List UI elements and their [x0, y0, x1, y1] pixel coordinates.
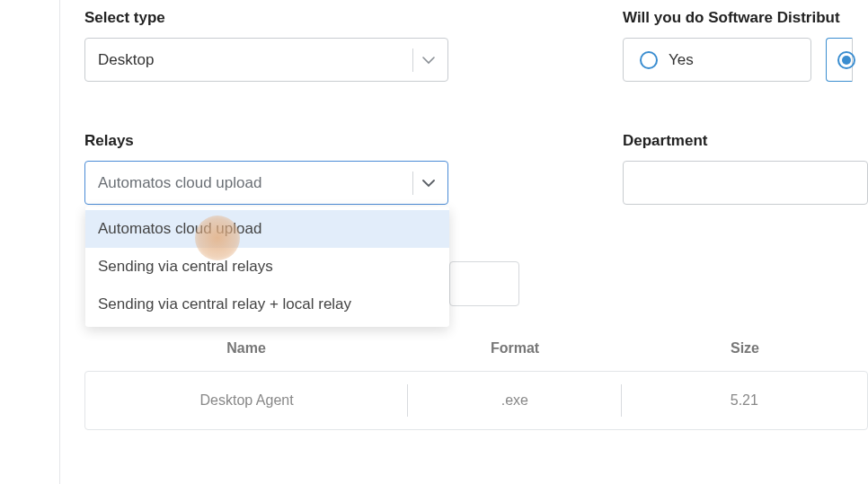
select-type-dropdown[interactable]: Desktop — [84, 38, 448, 82]
department-group: Department — [623, 132, 868, 205]
distribution-options: Yes — [623, 38, 853, 82]
agents-table: Name Format Size Desktop Agent .exe 5.21 — [84, 340, 868, 430]
column-header-name: Name — [84, 340, 408, 356]
relays-option-central-local[interactable]: Sending via central relay + local relay — [85, 286, 449, 323]
column-header-size: Size — [622, 340, 868, 356]
relays-dropdown-menu: Automatos cloud upload Sending via centr… — [85, 207, 449, 327]
relays-label: Relays — [84, 132, 448, 150]
cell-format: .exe — [408, 392, 621, 409]
distribution-label: Will you do Software Distribut — [623, 9, 853, 27]
panel-divider — [59, 0, 60, 484]
department-label: Department — [623, 132, 868, 150]
radio-option-partial[interactable] — [826, 38, 853, 82]
select-divider — [412, 172, 413, 195]
relays-dropdown[interactable]: Automatos cloud upload Automatos cloud u… — [84, 161, 448, 205]
relays-value: Automatos cloud upload — [98, 174, 409, 192]
relays-option-central-relays[interactable]: Sending via central relays — [85, 248, 449, 286]
radio-circle-icon — [837, 51, 855, 69]
radio-circle-icon — [640, 51, 658, 69]
action-box[interactable] — [449, 261, 519, 306]
table-header: Name Format Size — [84, 340, 868, 371]
cell-size: 5.21 — [622, 392, 867, 409]
chevron-down-icon — [422, 177, 435, 189]
column-header-format: Format — [408, 340, 622, 356]
relays-group: Relays Automatos cloud upload Automatos … — [84, 132, 448, 205]
cell-name: Desktop Agent — [85, 392, 408, 409]
relays-option-cloud-upload[interactable]: Automatos cloud upload — [85, 210, 449, 248]
table-row[interactable]: Desktop Agent .exe 5.21 — [84, 371, 868, 430]
department-input[interactable] — [623, 161, 868, 205]
select-type-value: Desktop — [98, 51, 409, 69]
distribution-group: Will you do Software Distribut Yes — [623, 9, 853, 82]
select-type-group: Select type Desktop — [84, 9, 448, 82]
radio-yes-label: Yes — [669, 51, 694, 69]
chevron-down-icon — [422, 54, 435, 66]
select-type-label: Select type — [84, 9, 448, 27]
select-divider — [412, 48, 413, 72]
radio-yes[interactable]: Yes — [623, 38, 811, 82]
